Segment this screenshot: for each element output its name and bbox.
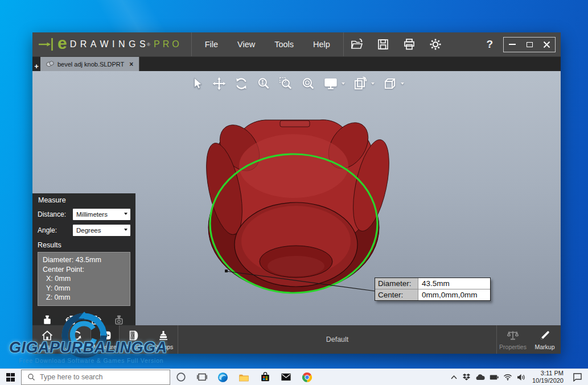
pan-tool-button[interactable] xyxy=(212,75,227,92)
onedrive-cloud-icon[interactable] xyxy=(475,374,485,380)
document-tab[interactable]: bevel adj knob.SLDPRT × xyxy=(40,57,139,71)
menu-tools[interactable]: Tools xyxy=(265,40,303,49)
help-button[interactable]: ? xyxy=(486,38,503,51)
cortana-button[interactable] xyxy=(170,369,191,385)
task-view-button[interactable] xyxy=(191,369,212,385)
save-floppy-icon xyxy=(376,38,390,51)
start-button[interactable] xyxy=(0,369,21,385)
chrome-button[interactable] xyxy=(297,369,318,385)
angle-label: Angle: xyxy=(38,226,73,234)
edrawings-logo: e DRAWINGS ® PRO xyxy=(32,32,192,56)
result-y: Y: 0mm xyxy=(43,284,125,293)
windows-logo-icon xyxy=(6,373,15,382)
result-z: Z: 0mm xyxy=(43,293,125,303)
results-label: Results xyxy=(32,238,135,250)
wifi-icon[interactable] xyxy=(503,374,512,380)
menu-view[interactable]: View xyxy=(228,40,265,49)
viewport[interactable]: Diameter: 43.5mm Center: 0mm,0mm,0mm Mea… xyxy=(32,71,561,325)
cube-icon xyxy=(382,76,398,91)
close-button[interactable] xyxy=(538,38,555,52)
search-input[interactable] xyxy=(40,373,154,381)
pan-icon xyxy=(212,76,227,91)
part-file-icon xyxy=(46,60,54,68)
rotate-tool-button[interactable] xyxy=(234,75,249,92)
mail-button[interactable] xyxy=(276,369,297,385)
clock-date: 10/19/2020 xyxy=(532,377,564,384)
window-controls xyxy=(503,37,556,52)
open-folder-icon xyxy=(350,38,364,51)
distance-units-value: Millimeters xyxy=(76,211,108,218)
measure-panel: Measure Distance: Millimeters Angle: Deg… xyxy=(32,193,135,325)
view-mode-dropdown-icon[interactable] xyxy=(371,82,375,85)
desktop-background: e DRAWINGS ® PRO File View Tools Help xyxy=(0,0,588,385)
settings-button[interactable] xyxy=(422,32,449,57)
chevron-down-icon xyxy=(124,229,128,231)
markup-label: Markup xyxy=(534,343,554,350)
menu-help[interactable]: Help xyxy=(303,40,340,49)
system-tray: 3:11 PM 10/19/2020 xyxy=(450,370,588,384)
angle-units-value: Degrees xyxy=(76,227,101,234)
zoom-fit-button[interactable] xyxy=(301,75,315,92)
clock-time: 3:11 PM xyxy=(532,370,564,377)
tooltip-center-value: 0mm,0mm,0mm xyxy=(418,289,490,300)
tab-close-icon[interactable]: × xyxy=(129,60,133,68)
file-explorer-button[interactable] xyxy=(233,369,254,385)
configuration-selector[interactable]: Default xyxy=(178,325,497,354)
markup-pencil-icon xyxy=(538,329,552,342)
tooltip-diameter-value: 43.5mm xyxy=(418,278,490,289)
marker-snapshot-icon-disabled xyxy=(112,312,126,326)
orientation-dropdown-icon[interactable] xyxy=(401,82,404,85)
select-cursor-icon xyxy=(190,76,204,91)
dropbox-icon[interactable] xyxy=(462,373,471,381)
volume-icon[interactable] xyxy=(517,374,525,381)
edge-button[interactable] xyxy=(212,369,233,385)
maximize-button[interactable] xyxy=(521,38,538,52)
properties-scale-icon xyxy=(506,329,520,342)
view-mode-button[interactable] xyxy=(352,75,375,92)
new-tab-button[interactable]: + xyxy=(32,57,40,71)
distance-units-select[interactable]: Millimeters xyxy=(73,209,130,220)
action-center-icon[interactable] xyxy=(573,372,582,382)
properties-button[interactable]: Properties xyxy=(497,325,529,354)
tab-label: bevel adj knob.SLDPRT xyxy=(57,61,124,68)
distance-label: Distance: xyxy=(38,210,73,218)
zoom-icon xyxy=(256,76,271,91)
taskbar-search[interactable] xyxy=(21,370,170,385)
microsoft-store-button[interactable] xyxy=(254,369,276,385)
sheets-icon xyxy=(352,76,368,91)
save-button[interactable] xyxy=(370,32,396,57)
brand-e: e xyxy=(57,34,67,53)
fullscreen-dropdown-icon[interactable] xyxy=(342,82,345,85)
menu-file[interactable]: File xyxy=(195,40,228,49)
measure-panel-title: Measure xyxy=(32,193,135,206)
fullscreen-button[interactable] xyxy=(323,75,345,92)
print-button[interactable] xyxy=(396,32,422,57)
gear-icon xyxy=(429,38,442,51)
zoom-area-icon xyxy=(278,76,293,91)
knob-model xyxy=(200,115,396,292)
search-icon xyxy=(27,373,35,381)
zoom-tool-button[interactable] xyxy=(256,75,271,92)
close-icon xyxy=(543,41,550,48)
chevron-down-icon xyxy=(124,213,128,215)
select-tool-button[interactable] xyxy=(190,75,204,92)
tooltip-diameter-label: Diameter: xyxy=(375,278,418,289)
zoom-area-button[interactable] xyxy=(278,75,293,92)
markup-button[interactable]: Markup xyxy=(529,325,561,354)
monitor-icon xyxy=(323,76,339,91)
angle-units-select[interactable]: Degrees xyxy=(73,225,130,236)
battery-icon[interactable] xyxy=(490,374,499,380)
properties-label: Properties xyxy=(499,343,527,350)
microsoft-store-icon xyxy=(260,372,270,382)
minimize-button[interactable] xyxy=(504,38,521,52)
taskbar-clock[interactable]: 3:11 PM 10/19/2020 xyxy=(530,370,566,384)
configuration-label: Default xyxy=(326,336,349,343)
titlebar: e DRAWINGS ® PRO File View Tools Help xyxy=(32,32,561,57)
file-explorer-icon xyxy=(239,372,249,382)
edrawings-window: e DRAWINGS ® PRO File View Tools Help xyxy=(32,32,561,354)
result-center-point: Center Point: xyxy=(43,265,125,275)
open-button[interactable] xyxy=(344,32,370,57)
marker-solid-icon[interactable] xyxy=(40,312,55,326)
orientation-button[interactable] xyxy=(382,75,404,92)
hidden-icons-chevron-icon[interactable] xyxy=(450,375,458,380)
